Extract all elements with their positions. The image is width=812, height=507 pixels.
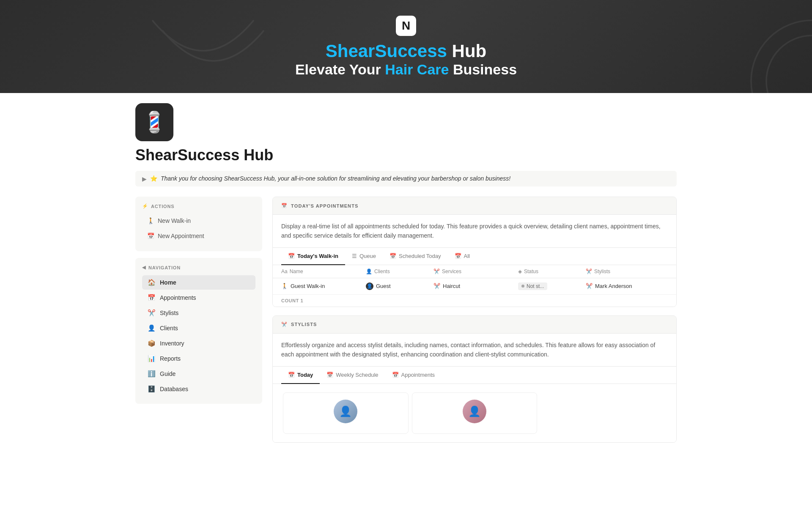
status-col-icon: ◈ (518, 269, 522, 274)
row-walk-icon: 🚶 (281, 283, 288, 289)
stylist-today-icon: 📅 (288, 372, 295, 378)
new-appointment-button[interactable]: 📅 New Appointment (142, 229, 255, 243)
row-stylist-icon: ✂️ (586, 283, 593, 289)
stylists-tabs-bar: 📅 Today 📅 Weekly Schedule 📅 Appointments (273, 367, 676, 384)
callout-arrow: ▶ (142, 175, 147, 182)
stylists-col-icon: ✂️ (586, 269, 592, 274)
stylist-card-2[interactable]: 👤 (412, 392, 538, 434)
page-wrapper: 💈 ShearSuccess Hub ▶ ⭐ Thank you for cho… (110, 93, 702, 451)
appointments-section: 📅 TODAY'S APPOINTMENTS Display a real-ti… (272, 197, 677, 307)
sidebar-item-home[interactable]: 🏠 Home (142, 275, 255, 290)
header-content: N ShearSuccess Hub Elevate Your Hair Car… (295, 16, 517, 78)
sidebar-item-databases[interactable]: 🗄️ Databases (142, 382, 255, 396)
nav-arrow-icon: ◀ (142, 265, 146, 270)
table-count: COUNT 1 (273, 295, 676, 307)
sidebar-item-clients[interactable]: 👤 Clients (142, 321, 255, 335)
callout-text: Thank you for choosing ShearSuccess Hub,… (161, 175, 510, 182)
status-badge: Not st... (518, 282, 547, 290)
cell-stylist: ✂️ Mark Anderson (586, 283, 653, 289)
stylist-card-1[interactable]: 👤 (283, 392, 409, 434)
appointments-calendar-icon: 📅 (147, 294, 156, 301)
sidebar: ⚡ ACTIONS 🚶 New Walk-in 📅 New Appointmen… (135, 197, 262, 411)
appointments-tabs-bar: 📅 Today's Walk-in ☰ Queue 📅 Scheduled To… (273, 248, 676, 265)
stylist-tab-today[interactable]: 📅 Today (281, 367, 320, 384)
appointments-table: Aa Name 👤 Clients ✂️ Services ◈ (273, 265, 676, 307)
header-subtitle: Elevate Your Hair Care Business (295, 61, 517, 78)
tab-queue[interactable]: ☰ Queue (345, 248, 383, 265)
stylist-avatar-1: 👤 (334, 400, 357, 423)
tab-all[interactable]: 📅 All (448, 248, 477, 265)
row-client-icon: 👤 (366, 282, 373, 290)
services-col-icon: ✂️ (433, 269, 440, 274)
scissors-icon: ✂️ (147, 309, 156, 317)
appointments-header-icon: 📅 (281, 203, 288, 208)
row-service-icon: ✂️ (433, 283, 440, 289)
stylists-header-icon: ✂️ (281, 322, 288, 327)
stylist-weekly-icon: 📅 (326, 372, 333, 378)
page-title: ShearSuccess Hub (135, 146, 677, 164)
header-banner: N ShearSuccess Hub Elevate Your Hair Car… (0, 0, 812, 93)
notion-icon: N (396, 16, 416, 36)
col-name: Aa Name (281, 269, 366, 274)
main-layout: ⚡ ACTIONS 🚶 New Walk-in 📅 New Appointmen… (135, 197, 677, 451)
stylists-section-header: ✂️ STYLISTS (273, 316, 676, 334)
cell-status: Not st... (518, 282, 586, 290)
tab-walkin-icon: 📅 (288, 253, 295, 259)
tab-scheduled-icon: 📅 (390, 253, 396, 259)
subtitle-highlight: Hair Care (385, 61, 449, 77)
header-title-rest: Hub (447, 41, 486, 61)
table-row[interactable]: 🚶 Guest Walk-in 👤 Guest ✂️ Haircut (273, 278, 676, 295)
stylist-grid: 👤 👤 (273, 384, 676, 442)
calendar-icon: 📅 (147, 233, 154, 239)
brand-name: ShearSuccess (326, 41, 447, 61)
databases-icon: 🗄️ (147, 385, 156, 393)
new-walkin-button[interactable]: 🚶 New Walk-in (142, 214, 255, 227)
lightning-icon: ⚡ (142, 203, 148, 209)
header-title: ShearSuccess Hub (295, 41, 517, 61)
actions-title: ⚡ ACTIONS (142, 203, 255, 209)
cell-service: ✂️ Haircut (433, 283, 518, 289)
sidebar-nav-section: ◀ NAVIGATION 🏠 Home 📅 Appointments ✂️ St… (135, 258, 262, 404)
guide-icon: ℹ️ (147, 370, 156, 378)
col-clients: 👤 Clients (366, 269, 433, 274)
tab-todays-walkin[interactable]: 📅 Today's Walk-in (281, 248, 345, 265)
stylist-tab-appointments[interactable]: 📅 Appointments (385, 367, 442, 384)
sidebar-item-inventory[interactable]: 📦 Inventory (142, 336, 255, 351)
page-logo: 💈 (135, 103, 173, 141)
sidebar-actions-section: ⚡ ACTIONS 🚶 New Walk-in 📅 New Appointmen… (135, 197, 262, 251)
page-header: 💈 (135, 93, 677, 141)
tab-scheduled-today[interactable]: 📅 Scheduled Today (383, 248, 448, 265)
nav-title: ◀ NAVIGATION (142, 265, 255, 270)
stylists-section: ✂️ STYLISTS Effortlessly organize and ac… (272, 315, 677, 443)
cell-client: 👤 Guest (366, 282, 433, 290)
tab-all-icon: 📅 (455, 253, 461, 259)
reports-icon: 📊 (147, 355, 156, 362)
stylist-avatar-2: 👤 (463, 400, 486, 423)
col-status: ◈ Status (518, 269, 586, 274)
sidebar-item-stylists[interactable]: ✂️ Stylists (142, 306, 255, 320)
subtitle-suffix: Business (449, 61, 517, 77)
clients-col-icon: 👤 (366, 269, 372, 274)
inventory-icon: 📦 (147, 340, 156, 347)
home-icon: 🏠 (147, 279, 156, 286)
stylist-tab-weekly[interactable]: 📅 Weekly Schedule (320, 367, 385, 384)
callout-star-icon: ⭐ (150, 175, 157, 182)
right-content: 📅 TODAY'S APPOINTMENTS Display a real-ti… (272, 197, 677, 451)
clients-icon: 👤 (147, 324, 156, 332)
appointments-description: Display a real-time list of all appointm… (273, 215, 676, 248)
col-services: ✂️ Services (433, 269, 518, 274)
tab-queue-icon: ☰ (352, 253, 357, 259)
cell-name: 🚶 Guest Walk-in (281, 283, 366, 289)
walk-icon: 🚶 (147, 217, 154, 224)
stylists-description: Effortlessly organize and access stylist… (273, 334, 676, 367)
appointments-section-header: 📅 TODAY'S APPOINTMENTS (273, 197, 676, 215)
status-dot (521, 285, 524, 288)
callout: ▶ ⭐ Thank you for choosing ShearSuccess … (135, 171, 677, 186)
sidebar-item-guide[interactable]: ℹ️ Guide (142, 367, 255, 381)
sidebar-item-appointments[interactable]: 📅 Appointments (142, 290, 255, 305)
col-stylists: ✂️ Stylists (586, 269, 653, 274)
sidebar-item-reports[interactable]: 📊 Reports (142, 351, 255, 366)
table-header: Aa Name 👤 Clients ✂️ Services ◈ (273, 265, 676, 278)
subtitle-prefix: Elevate Your (295, 61, 385, 77)
stylist-appts-icon: 📅 (392, 372, 399, 378)
